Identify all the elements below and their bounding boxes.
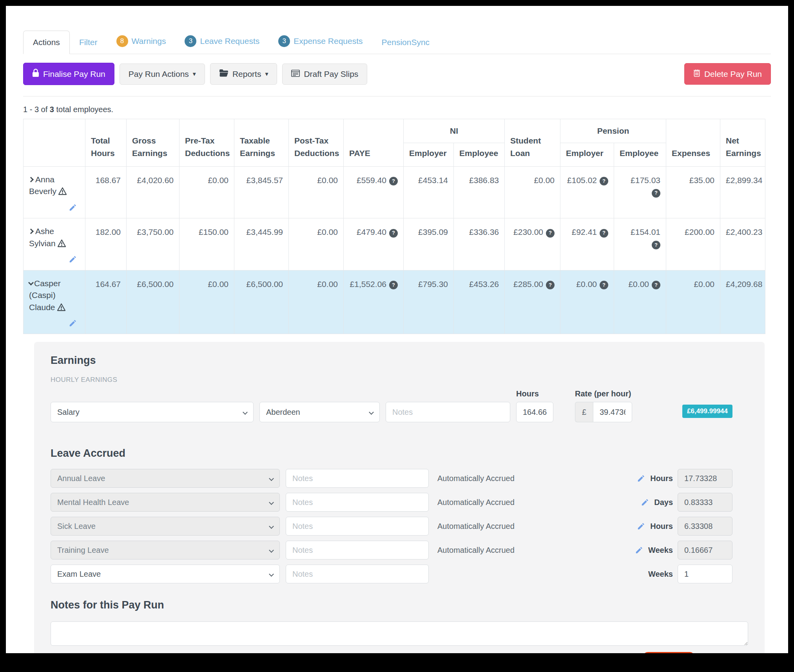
- leave-type-select: Annual Leave: [51, 469, 280, 488]
- help-icon[interactable]: ?: [652, 189, 660, 198]
- reports-button[interactable]: Reports ▾: [210, 63, 277, 85]
- edit-pencil-icon[interactable]: [637, 522, 645, 532]
- folder-icon: [219, 69, 228, 79]
- leave-unit-label: Weeks: [648, 570, 673, 579]
- tab-warnings[interactable]: 8 Warnings: [107, 29, 176, 54]
- col-ni-employee: Employee: [454, 143, 505, 167]
- col-group-pension: Pension: [560, 119, 666, 143]
- pay-run-notes-title: Notes for this Pay Run: [51, 599, 748, 611]
- chevron-down-icon: [28, 280, 34, 285]
- leave-type-select: Training Leave: [51, 541, 280, 559]
- leave-notes-input[interactable]: [286, 469, 429, 488]
- help-icon[interactable]: ?: [546, 229, 555, 238]
- hours-input[interactable]: [516, 402, 553, 422]
- hourly-earnings-label: HOURLY EARNINGS: [51, 376, 748, 384]
- col-ni-employer: Employer: [404, 143, 454, 167]
- employee-count-summary: 1 - 3 of 3 total employees.: [23, 105, 771, 114]
- table-row: Anna Beverly 168.67 £4,020.60 £0.00 £3,8…: [24, 167, 765, 218]
- edit-pencil-icon[interactable]: [637, 474, 645, 484]
- payslip-icon: [291, 69, 300, 79]
- chevron-down-icon: [243, 410, 248, 415]
- help-icon[interactable]: ?: [389, 229, 398, 238]
- col-expenses: Expenses: [666, 119, 720, 167]
- leave-notes-input[interactable]: [286, 565, 429, 583]
- lock-icon: [32, 69, 39, 79]
- leave-notes-input[interactable]: [286, 493, 429, 512]
- tab-bar: Actions Filter 8 Warnings 3 Leave Reques…: [23, 29, 771, 54]
- warnings-count-badge: 8: [116, 35, 128, 47]
- leave-status-text: Automatically Accrued: [437, 498, 515, 507]
- leave-requests-count-badge: 3: [185, 35, 196, 47]
- col-net-earnings: Net Earnings: [720, 119, 765, 167]
- earnings-location-select[interactable]: Aberdeen: [259, 402, 380, 422]
- earnings-total-badge: £6,499.99944: [682, 405, 732, 418]
- currency-symbol: £: [575, 402, 593, 422]
- chevron-down-icon: [269, 572, 274, 577]
- help-icon[interactable]: ?: [389, 177, 398, 185]
- warning-icon: [57, 240, 66, 249]
- leave-notes-input[interactable]: [286, 541, 429, 559]
- rate-input[interactable]: [593, 402, 632, 422]
- col-gross-earnings: Gross Earnings: [127, 119, 179, 167]
- hours-label: Hours: [516, 389, 553, 402]
- table-row-expanded: Casper (Caspi) Claude 164.67 £6,500.00 £…: [24, 270, 765, 334]
- employee-name-cell[interactable]: Ashe Sylvian: [24, 218, 85, 270]
- tab-actions[interactable]: Actions: [23, 31, 70, 54]
- chevron-down-icon: [269, 476, 274, 481]
- col-paye: PAYE: [344, 119, 404, 167]
- col-taxable-earnings: Taxable Earnings: [234, 119, 289, 167]
- rate-label: Rate (per hour): [575, 389, 632, 402]
- employee-name-cell[interactable]: Casper (Caspi) Claude: [24, 270, 85, 334]
- pay-run-notes-textarea[interactable]: [51, 621, 748, 646]
- col-post-tax-deductions: Post-Tax Deductions: [289, 119, 344, 167]
- edit-pencil-icon[interactable]: [641, 498, 649, 508]
- leave-row: Mental Health Leave Automatically Accrue…: [51, 493, 748, 512]
- edit-pencil-icon[interactable]: [635, 546, 644, 556]
- pay-run-table: Total Hours Gross Earnings Pre-Tax Deduc…: [23, 119, 765, 334]
- chevron-down-icon: [269, 548, 274, 553]
- payroll-page: Actions Filter 8 Warnings 3 Leave Reques…: [6, 6, 788, 653]
- help-icon[interactable]: ?: [389, 281, 398, 289]
- tab-leave-requests[interactable]: 3 Leave Requests: [175, 29, 269, 54]
- leave-type-select[interactable]: Exam Leave: [51, 565, 280, 583]
- leave-unit-label: Weeks: [648, 546, 673, 555]
- tab-pensionsync[interactable]: PensionSync: [372, 31, 439, 54]
- leave-notes-input[interactable]: [286, 517, 429, 536]
- leave-status-text: Automatically Accrued: [437, 546, 515, 555]
- col-pre-tax-deductions: Pre-Tax Deductions: [179, 119, 234, 167]
- leave-value-input: [678, 469, 732, 488]
- edit-pencil-icon[interactable]: [69, 256, 77, 265]
- leave-row: Training Leave Automatically Accrued Wee…: [51, 541, 748, 559]
- leave-value-input[interactable]: [678, 565, 732, 583]
- pay-run-actions-button[interactable]: Pay Run Actions ▾: [120, 64, 205, 85]
- edit-pencil-icon[interactable]: [69, 204, 77, 213]
- expense-requests-count-badge: 3: [278, 35, 290, 47]
- leave-status-text: Automatically Accrued: [437, 474, 515, 483]
- col-total-hours: Total Hours: [85, 119, 127, 167]
- leave-unit-label: Days: [654, 498, 673, 507]
- help-icon[interactable]: ?: [600, 177, 608, 185]
- delete-pay-run-button[interactable]: Delete Pay Run: [684, 63, 771, 85]
- help-icon[interactable]: ?: [652, 241, 660, 249]
- help-icon[interactable]: ?: [652, 281, 660, 289]
- earnings-type-select[interactable]: Salary: [51, 402, 254, 422]
- employee-name-cell[interactable]: Anna Beverly: [24, 167, 85, 218]
- earnings-section-title: Earnings: [51, 354, 748, 367]
- help-icon[interactable]: ?: [600, 229, 608, 238]
- tab-filter[interactable]: Filter: [70, 31, 107, 54]
- leave-row: Sick Leave Automatically Accrued Hours: [51, 517, 748, 536]
- help-icon[interactable]: ?: [600, 281, 608, 289]
- tab-expense-requests[interactable]: 3 Expense Requests: [269, 29, 372, 54]
- finalise-pay-run-button[interactable]: Finalise Pay Run: [23, 63, 114, 85]
- chevron-down-icon: ▾: [193, 70, 196, 78]
- draft-pay-slips-button[interactable]: Draft Pay Slips: [282, 64, 367, 85]
- leave-value-input: [678, 517, 732, 536]
- chevron-right-icon: [28, 229, 34, 234]
- warning-icon: [57, 304, 66, 313]
- edit-pencil-icon[interactable]: [69, 320, 77, 329]
- leave-row: Annual Leave Automatically Accrued Hours: [51, 469, 748, 488]
- col-pension-employer: Employer: [560, 143, 614, 167]
- earnings-notes-input[interactable]: [386, 402, 510, 422]
- chevron-right-icon: [28, 177, 34, 182]
- help-icon[interactable]: ?: [546, 281, 555, 289]
